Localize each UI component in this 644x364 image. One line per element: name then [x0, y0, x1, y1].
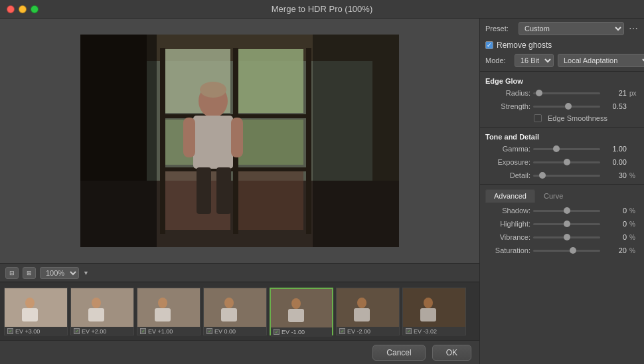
film-thumb-5[interactable]: EV -2.00 [336, 288, 400, 335]
tone-detail-title: Tone and Detail [485, 133, 539, 141]
vibrance-value: 0 [603, 233, 627, 241]
film-label-2: EV +1.00 [137, 327, 200, 336]
vibrance-slider-container [533, 232, 600, 242]
main-layout: ⊟ ⊞ 100% 50% 200% Fit ▼ EV +3. [0, 19, 644, 364]
strength-slider[interactable] [533, 106, 600, 108]
shadow-slider-container [533, 205, 600, 216]
film-label-3: EV 0.00 [204, 327, 266, 336]
film-checkbox-2[interactable] [140, 328, 146, 334]
highlight-unit: % [629, 221, 639, 228]
svg-point-26 [25, 298, 35, 308]
saturation-row: Saturation: 20 % [480, 244, 644, 257]
mode-bit-select[interactable]: 16 Bit 8 Bit 32 Bit [515, 54, 554, 67]
exposure-row: Exposure: 0.00 [480, 155, 644, 169]
svg-rect-36 [221, 308, 237, 321]
highlight-slider-container [533, 219, 600, 229]
tab-advanced[interactable]: Advanced [485, 189, 535, 203]
tab-curve[interactable]: Curve [535, 189, 572, 203]
film-label-5: EV -2.00 [337, 327, 399, 336]
cancel-button[interactable]: Cancel [372, 345, 425, 361]
detail-value: 30 [603, 171, 627, 179]
smoothness-checkbox[interactable] [534, 114, 542, 122]
film-thumb-6[interactable]: EV -3.02 [402, 288, 466, 335]
film-thumb-2[interactable]: EV +1.00 [137, 288, 201, 335]
film-thumb-4[interactable]: EV -1.00 [270, 288, 333, 335]
detail-unit: % [629, 172, 639, 179]
zoom-out-icon: ⊟ [9, 270, 15, 276]
bottom-toolbar: ⊟ ⊞ 100% 50% 200% Fit ▼ [0, 263, 479, 282]
film-thumb-0[interactable]: EV +3.00 [4, 288, 68, 335]
shadow-row: Shadow: 0 % [480, 204, 644, 217]
filmstrip: EV +3.00 EV +2.00 EV +1.00 [0, 282, 479, 340]
divider-2 [480, 127, 644, 128]
zoom-out-button[interactable]: ⊟ [5, 267, 19, 279]
zoom-in-icon: ⊞ [27, 270, 32, 276]
exposure-slider[interactable] [533, 161, 600, 163]
svg-point-32 [158, 298, 167, 308]
tabs-row: Advanced Curve [480, 187, 644, 204]
exposure-value: 0.00 [603, 158, 627, 166]
mode-type-select[interactable]: Local Adaptation Equalize Histogram Expo… [558, 54, 644, 67]
exposure-slider-container [533, 157, 600, 167]
preset-select[interactable]: Custom Default Photorealistic Scott5 Sur… [519, 22, 624, 35]
svg-point-29 [92, 298, 101, 308]
svg-rect-23 [80, 35, 157, 247]
zoom-in-button[interactable]: ⊞ [23, 267, 36, 279]
film-checkbox-5[interactable] [339, 328, 345, 334]
radius-slider[interactable] [533, 92, 600, 94]
detail-slider-container [533, 170, 600, 181]
svg-rect-27 [22, 308, 38, 321]
gamma-label: Gamma: [485, 145, 530, 153]
film-label-0: EV +3.00 [5, 327, 67, 336]
window-title: Merge to HDR Pro (100%) [272, 4, 372, 14]
detail-slider[interactable] [533, 175, 600, 177]
gamma-slider[interactable] [533, 148, 600, 150]
vibrance-unit: % [629, 234, 639, 241]
preset-row: Preset: Custom Default Photorealistic Sc… [480, 19, 644, 39]
strength-label: Strength: [485, 102, 530, 110]
detail-label: Detail: [485, 171, 530, 179]
left-panel: ⊟ ⊞ 100% 50% 200% Fit ▼ EV +3. [0, 19, 479, 364]
svg-point-38 [291, 298, 301, 309]
saturation-slider[interactable] [533, 250, 600, 252]
highlight-label: Highlight: [485, 220, 530, 228]
divider-3 [480, 184, 644, 185]
ok-button[interactable]: OK [432, 345, 471, 361]
shadow-slider[interactable] [533, 210, 600, 212]
close-button[interactable] [7, 5, 15, 13]
radius-label: Radius: [485, 89, 530, 97]
smoothness-row: Edge Smoothness [480, 113, 644, 125]
svg-point-41 [357, 298, 366, 308]
edge-glow-header: Edge Glow [480, 74, 644, 86]
preview-image [80, 35, 399, 247]
highlight-slider[interactable] [533, 223, 600, 225]
zoom-chevron-icon: ▼ [83, 270, 89, 276]
exposure-label: Exposure: [485, 158, 530, 166]
film-thumb-3[interactable]: EV 0.00 [203, 288, 267, 335]
vibrance-label: Vibrance: [485, 233, 530, 241]
right-panel: Preset: Custom Default Photorealistic Sc… [479, 19, 644, 364]
film-thumb-1[interactable]: EV +2.00 [70, 288, 134, 335]
film-checkbox-1[interactable] [74, 328, 80, 334]
bottom-buttons: Cancel OK [0, 340, 479, 364]
film-checkbox-6[interactable] [406, 328, 412, 334]
preset-menu-icon[interactable]: ⋯ [628, 23, 639, 34]
vibrance-slider[interactable] [533, 236, 600, 238]
highlight-value: 0 [603, 220, 627, 228]
strength-value: 0.53 [603, 102, 627, 110]
zoom-select[interactable]: 100% 50% 200% Fit [40, 267, 79, 279]
film-label-6: EV -3.02 [403, 327, 465, 336]
minimize-button[interactable] [19, 5, 27, 13]
remove-ghosts-label: Remove ghosts [497, 41, 552, 50]
film-checkbox-3[interactable] [206, 328, 212, 334]
film-checkbox-0[interactable] [7, 328, 13, 334]
svg-rect-42 [354, 308, 370, 321]
radius-unit: px [629, 90, 639, 97]
remove-ghosts-checkbox[interactable] [485, 41, 493, 49]
strength-slider-container [533, 101, 600, 112]
maximize-button[interactable] [31, 5, 39, 13]
divider-1 [480, 71, 644, 72]
svg-rect-45 [420, 308, 436, 321]
saturation-value: 20 [603, 246, 627, 254]
film-checkbox-4[interactable] [274, 329, 280, 335]
